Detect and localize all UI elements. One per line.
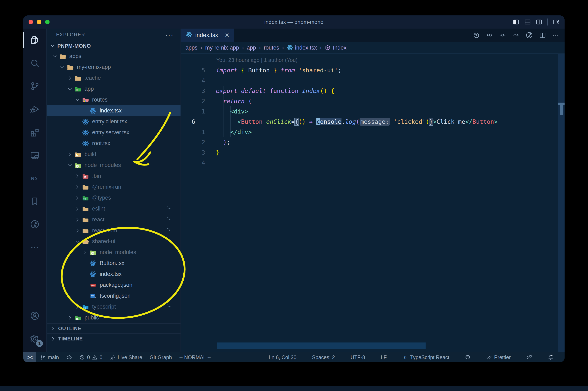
status-problems[interactable]: 00	[76, 352, 106, 362]
tree-item-entry-server-tsx[interactable]: entry.server.tsx	[47, 127, 181, 138]
code-editor[interactable]: You, 23 hours ago | 1 author (You)5impor…	[181, 54, 565, 352]
tree-item-my-remix-app[interactable]: my-remix-app	[47, 62, 181, 73]
explorer-more-actions[interactable]: ···	[165, 31, 174, 39]
tree-item--types[interactable]: TS@types	[47, 193, 181, 203]
close-window-button[interactable]	[29, 20, 33, 24]
gitlens-graph-icon[interactable]	[525, 31, 533, 39]
zoom-window-button[interactable]	[45, 20, 50, 24]
status-cursor-position[interactable]: Ln 6, Col 30	[265, 352, 300, 362]
code-line[interactable]: 4	[181, 158, 565, 168]
code-line[interactable]: 1 <div>	[181, 106, 565, 116]
status-notifications[interactable]	[544, 352, 557, 362]
activity-run-debug[interactable]	[23, 98, 46, 121]
customize-layout-icon[interactable]	[553, 19, 559, 25]
activity-nx-console[interactable]: N≥	[23, 167, 46, 190]
tree-item-index-tsx[interactable]: index.tsx	[47, 105, 181, 116]
status-encoding[interactable]: UTF-8	[347, 352, 369, 362]
activity-remote-explorer[interactable]: ×	[23, 144, 46, 167]
tab-index-tsx[interactable]: index.tsx ✕	[181, 29, 234, 42]
tree-item-shared-ui[interactable]: shared-ui	[47, 236, 181, 247]
tree-item-public[interactable]: public	[47, 312, 181, 323]
split-editor-icon[interactable]	[539, 32, 546, 39]
tree-item--bin[interactable]: 0110.bin	[47, 171, 181, 182]
tree-item-package-json[interactable]: npmpackage.json	[47, 280, 181, 291]
tree-item-eslint[interactable]: eslint	[47, 203, 181, 214]
status-vim-mode[interactable]: -- NORMAL --	[176, 352, 214, 362]
activity-gitlens[interactable]	[23, 213, 46, 236]
activity-extensions[interactable]	[23, 121, 46, 144]
status-github[interactable]	[461, 352, 474, 362]
activity-bookmarks[interactable]	[23, 190, 46, 213]
activity-accounts[interactable]	[23, 304, 46, 327]
tree-item--remix-run[interactable]: @remix-run	[47, 182, 181, 193]
scrollbar-thumb[interactable]	[560, 105, 563, 115]
close-tab-icon[interactable]: ✕	[225, 32, 229, 39]
tree-item-react-dom[interactable]: react-dom	[47, 225, 181, 236]
status-indentation[interactable]: Spaces: 2	[308, 352, 339, 362]
line-number-gutter: 2	[181, 96, 216, 106]
activity-search[interactable]	[23, 52, 46, 75]
remote-icon: ><	[27, 354, 32, 360]
code-line[interactable]: 4	[181, 76, 565, 86]
timeline-history-icon[interactable]	[473, 32, 480, 39]
code-line[interactable]: 2 return (	[181, 96, 565, 106]
current-change-icon[interactable]	[499, 32, 506, 39]
code-line[interactable]: 6 <Button onClick={() ⇒ console.log(mess…	[181, 116, 565, 127]
workspace-root-row[interactable]: PNPM-MONO	[47, 41, 181, 51]
tree-item-root-tsx[interactable]: root.tsx	[47, 138, 181, 149]
section-timeline[interactable]: TIMELINE	[47, 333, 181, 344]
tree-item--cache[interactable]: .cache	[47, 73, 181, 84]
status-git-graph[interactable]: Git Graph	[146, 352, 176, 362]
activity-more[interactable]	[23, 236, 46, 259]
chevron-right-icon	[74, 304, 81, 310]
tree-item-node-modules[interactable]: JSnode_modules	[47, 160, 181, 171]
tree-item-apps[interactable]: apps	[47, 51, 181, 62]
toggle-primary-sidebar-icon[interactable]	[513, 19, 519, 25]
minimize-window-button[interactable]	[37, 20, 41, 24]
breadcrumb-apps[interactable]: apps	[186, 45, 197, 51]
tree-item-routes[interactable]: routes	[47, 94, 181, 105]
status-live-share[interactable]: Live Share	[106, 352, 146, 362]
tree-item-node-modules[interactable]: JSnode_modules	[47, 247, 181, 258]
activity-explorer[interactable]	[23, 29, 46, 52]
status-prettier[interactable]: Prettier	[483, 352, 514, 362]
code-line[interactable]: 3export default function Index() {	[181, 86, 565, 96]
next-change-icon[interactable]	[512, 32, 519, 39]
editor-region: index.tsx ✕ apps›my-remix-app›app›routes…	[181, 29, 565, 352]
breadcrumb-routes[interactable]: routes	[264, 45, 279, 51]
status-publish-changes[interactable]	[63, 352, 76, 362]
code-line[interactable]: 3}	[181, 147, 565, 158]
tree-item-typescript[interactable]: TStypescript	[47, 301, 181, 312]
nx-console-icon: N≥	[30, 173, 40, 183]
toggle-secondary-sidebar-icon[interactable]	[536, 19, 542, 25]
status-language-mode[interactable]: {}TypeScript React	[399, 352, 453, 362]
previous-change-icon[interactable]	[486, 32, 493, 39]
tree-item-app[interactable]: ✱app	[47, 84, 181, 94]
breadcrumb-index-tsx[interactable]: index.tsx	[287, 45, 317, 51]
tree-item-index-tsx[interactable]: index.tsx	[47, 269, 181, 280]
section-outline[interactable]: OUTLINE	[47, 323, 181, 333]
status-git-branch[interactable]: main	[36, 352, 63, 362]
activity-settings[interactable]: 1	[23, 327, 46, 350]
activity-source-control[interactable]	[23, 75, 46, 98]
tree-item-entry-client-tsx[interactable]: entry.client.tsx	[47, 116, 181, 127]
code-line[interactable]: 5import { Button } from 'shared-ui';	[181, 65, 565, 76]
toggle-panel-icon[interactable]	[524, 19, 531, 25]
code-text: <Button onClick={() ⇒ console.log(messag…	[216, 116, 497, 127]
tree-item-build[interactable]: build	[47, 149, 181, 160]
more-actions-icon[interactable]	[552, 32, 559, 39]
code-line[interactable]: 1 </div>	[181, 127, 565, 137]
tree-item-react[interactable]: react	[47, 214, 181, 225]
vertical-scrollbar[interactable]	[558, 54, 565, 352]
code-line[interactable]: 2 );	[181, 137, 565, 147]
breadcrumb-app[interactable]: app	[247, 45, 256, 51]
breadcrumb-my-remix-app[interactable]: my-remix-app	[205, 45, 239, 51]
chevron-right-icon	[50, 325, 58, 332]
status-remote-indicator[interactable]: ><	[23, 352, 36, 362]
tree-item-button-tsx[interactable]: Button.tsx	[47, 258, 181, 269]
status-feedback[interactable]	[523, 352, 536, 362]
status-eol[interactable]: LF	[377, 352, 391, 362]
horizontal-scrollbar[interactable]	[217, 342, 426, 349]
tree-item-tsconfig-json[interactable]: TS✱tsconfig.json	[47, 291, 181, 301]
breadcrumb-index[interactable]: Index	[325, 45, 346, 51]
